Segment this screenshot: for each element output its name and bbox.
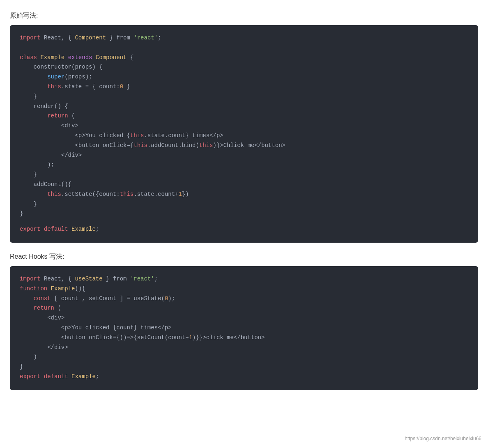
code-content-2: import React, { useState } from 'react';…: [20, 274, 468, 382]
code-content-1b: export default Example;: [20, 225, 468, 234]
section1-title: 原始写法:: [10, 11, 478, 20]
code-block-1: import React, { Component } from 'react'…: [10, 25, 478, 243]
watermark: https://blog.csdn.net/heixiuheixiu66: [405, 436, 481, 441]
code-content-1: import React, { Component } from 'react'…: [20, 33, 468, 219]
section2-title: React Hooks 写法:: [10, 253, 478, 261]
code-block-2: import React, { useState } from 'react';…: [10, 266, 478, 390]
